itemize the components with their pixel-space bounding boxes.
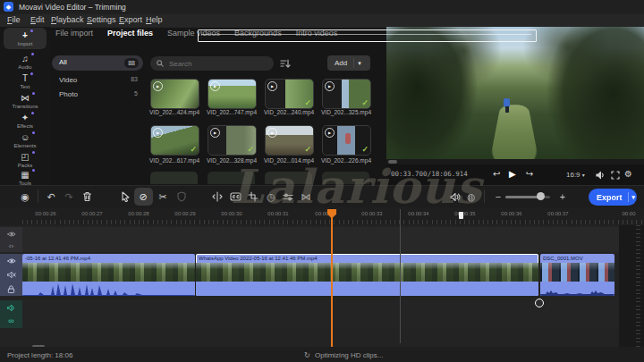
media-item-label: VID_202...747.mp4: [205, 109, 258, 115]
add-dropdown-chevron-icon[interactable]: ▾: [354, 60, 361, 67]
speaker-icon[interactable]: [7, 304, 16, 312]
media-item-6[interactable]: ▶ ✓: [265, 125, 314, 156]
add-media-button[interactable]: Add ▾: [327, 55, 370, 71]
menu-playback[interactable]: Playback: [51, 15, 84, 24]
zoom-in-icon[interactable]: +: [555, 189, 570, 204]
crop-icon[interactable]: [246, 189, 260, 204]
zoom-slider-handle[interactable]: [537, 192, 545, 200]
audio-track-lane[interactable]: [22, 300, 619, 328]
link-icon[interactable]: ‹›: [9, 244, 13, 249]
preview-seek-handle[interactable]: [388, 160, 397, 164]
clip-waveform: [196, 282, 538, 296]
clip-speed-icon[interactable]: ◷: [264, 189, 278, 204]
timeline-clip-2-selected[interactable]: WhatsApp Video 2022-05-16 at 12.41.46 PM…: [196, 254, 538, 296]
magnet-shield-icon[interactable]: [174, 189, 189, 204]
tab-project-files[interactable]: Project files: [107, 29, 153, 38]
media-item-label: VID_202...328.mp4: [205, 157, 258, 164]
sidebar-item-text[interactable]: T Text: [0, 73, 50, 89]
media-item-label: VID_202...240.mp4: [262, 109, 316, 115]
eye-icon[interactable]: [7, 231, 16, 238]
slip-tool-icon[interactable]: ⊘: [136, 189, 150, 204]
ruler-label: 00:00:27: [79, 211, 106, 216]
basket-icon: ◰: [0, 152, 50, 162]
playhead-line[interactable]: [331, 217, 333, 348]
sidebar-item-import[interactable]: + Import: [4, 28, 47, 49]
previous-frame-icon[interactable]: ↩: [493, 170, 500, 179]
captions-icon[interactable]: [228, 189, 242, 204]
export-dropdown-chevron-icon[interactable]: ▾: [629, 194, 636, 201]
grid-icon: ▦: [0, 170, 50, 180]
media-item-partial[interactable]: [208, 172, 255, 184]
delete-trash-icon[interactable]: [80, 189, 94, 204]
search-input[interactable]: [167, 59, 260, 69]
mute-speaker-icon[interactable]: [7, 271, 16, 279]
search-field[interactable]: [150, 56, 274, 71]
play-button[interactable]: ▶: [509, 170, 516, 179]
selected-audio-region[interactable]: [198, 29, 537, 42]
aspect-ratio-dropdown[interactable]: 16:9 ▾: [566, 171, 585, 179]
ruler-label: 00:00:30: [218, 211, 245, 216]
media-item-7[interactable]: ▶ ✓: [322, 125, 371, 156]
text-icon: T: [0, 73, 50, 83]
next-frame-icon[interactable]: ↪: [526, 170, 533, 179]
split-scissors-icon[interactable]: ✂: [156, 189, 170, 204]
timeline-marker[interactable]: [459, 212, 463, 219]
color-wheel-icon[interactable]: ◍: [464, 189, 479, 204]
sidebar-item-effects[interactable]: ✦ Effects: [0, 113, 50, 129]
media-item-label: VID_202...325.mp4: [319, 109, 373, 115]
ruler-label: 00:00:34: [405, 211, 432, 216]
timeline-clip-1[interactable]: -05-16 at 12.41.46 PM.mp4: [22, 254, 195, 296]
person-figure: [345, 133, 351, 144]
infinity-link-icon[interactable]: ∞: [8, 318, 13, 324]
sidebar-item-tools[interactable]: ▦ Tools: [0, 170, 50, 186]
ruler-label: 00:00:26: [32, 211, 59, 216]
select-tool-icon[interactable]: [118, 189, 132, 204]
zoom-out-icon[interactable]: −: [491, 189, 505, 204]
volume-icon[interactable]: [596, 171, 606, 180]
record-icon[interactable]: ◉: [18, 189, 32, 204]
sort-icon[interactable]: [280, 59, 291, 69]
redo-icon[interactable]: ↷: [62, 189, 76, 204]
media-item-partial[interactable]: [322, 172, 369, 184]
spinner-icon: ↻: [304, 351, 310, 359]
tab-file-import[interactable]: File import: [55, 29, 93, 38]
menu-export[interactable]: Export: [119, 15, 142, 24]
undo-icon[interactable]: ↶: [44, 189, 58, 204]
fullscreen-icon[interactable]: [611, 171, 620, 180]
export-button[interactable]: Export ▾: [589, 189, 637, 206]
timeline-clip-3[interactable]: DSC_0001.MOV: [540, 254, 614, 296]
media-item-2[interactable]: ▶ ✓: [265, 79, 314, 109]
category-video[interactable]: Video 83: [52, 76, 143, 88]
category-photo[interactable]: Photo 5: [52, 90, 143, 103]
media-item-label: VID_202...424.mp4: [148, 109, 201, 115]
sidebar-item-audio[interactable]: ♫ Audio: [0, 54, 50, 70]
sidebar-item-packs[interactable]: ◰ Packs: [0, 152, 50, 168]
media-item-5[interactable]: ▶ ✓: [208, 125, 257, 156]
clip-filmstrip: [196, 263, 538, 282]
marker-icon[interactable]: [210, 189, 225, 204]
eye-icon[interactable]: [7, 257, 16, 265]
adjustments-sliders-icon[interactable]: [281, 189, 295, 204]
media-item-4[interactable]: ▶ ✓: [150, 125, 199, 156]
overlay-track-lane[interactable]: [22, 227, 619, 252]
audio-mixer-icon[interactable]: [448, 189, 462, 204]
lock-icon[interactable]: [7, 285, 15, 293]
media-item-3[interactable]: ▶ ✓: [322, 79, 371, 109]
sidebar-item-transitions[interactable]: ⋈ Transitions: [0, 93, 50, 109]
clip-filmstrip: [22, 263, 195, 282]
menu-settings[interactable]: Settings: [87, 15, 116, 24]
category-all[interactable]: All 88: [52, 55, 143, 71]
sidebar-item-elements[interactable]: ☺ Elements: [0, 132, 50, 148]
clip-trim-handle[interactable]: [535, 299, 544, 307]
menu-edit[interactable]: Edit: [30, 15, 45, 24]
menu-help[interactable]: Help: [146, 15, 163, 24]
menu-file[interactable]: File: [7, 15, 21, 24]
media-item-partial[interactable]: [150, 172, 198, 184]
preview-settings-gear-icon[interactable]: ⚙: [624, 170, 632, 179]
project-length-label: Project length: 18:06: [7, 351, 72, 359]
media-item-0[interactable]: ▶ ✓: [150, 79, 199, 109]
transition-wizard-icon[interactable]: ⋈: [299, 189, 313, 204]
badge-dot: [30, 29, 33, 32]
media-item-1[interactable]: ▶ ✓: [208, 79, 257, 109]
media-item-partial[interactable]: [265, 172, 312, 184]
